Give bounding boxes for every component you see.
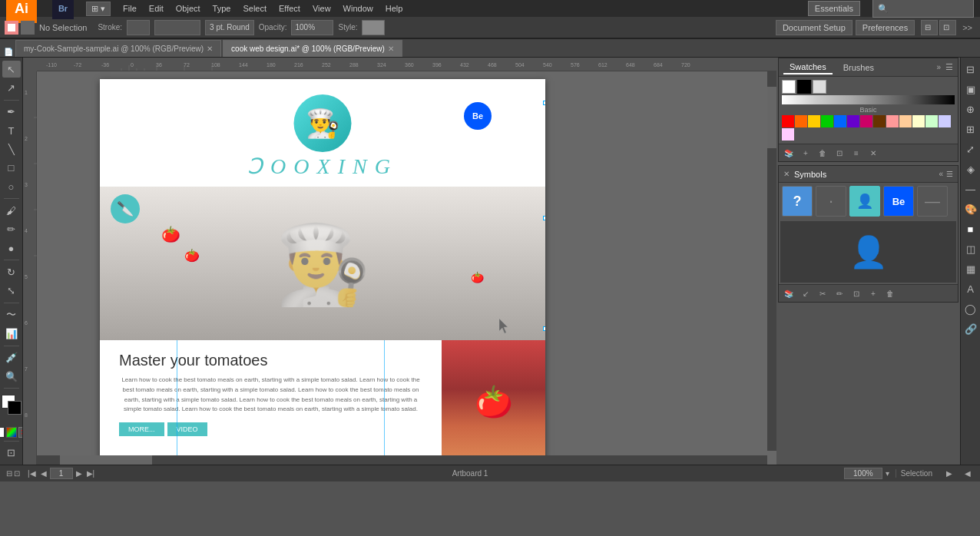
warp-tool[interactable]: 〜 [2, 306, 21, 323]
style-dropdown[interactable] [362, 20, 385, 35]
pencil-tool[interactable]: ✏ [2, 221, 21, 238]
layout-button[interactable]: ⊞ ▾ [86, 2, 111, 16]
menu-edit[interactable]: Edit [149, 4, 164, 13]
swatch-lilac[interactable] [782, 128, 794, 141]
stroke-style-dropdown[interactable] [154, 20, 200, 35]
vertical-scrollbar-thumb[interactable] [767, 87, 776, 148]
panel-dropdown[interactable]: ⊡ [939, 20, 956, 35]
nav-prev-btn[interactable]: ◀ [39, 469, 48, 478]
scale-tool[interactable]: ⤡ [2, 283, 21, 299]
menu-type[interactable]: Type [213, 4, 231, 13]
swatches-tab[interactable]: Swatches [783, 61, 833, 74]
zoom-tool[interactable]: 🔍 [2, 368, 21, 385]
swatch-brown[interactable] [873, 115, 886, 127]
symbol-place-btn[interactable]: ↙ [799, 286, 813, 300]
nav-last-btn[interactable]: ▶| [85, 469, 97, 478]
swatch-lavender[interactable] [939, 115, 951, 127]
swatch-add-btn[interactable]: + [799, 146, 813, 160]
pen-tool[interactable]: ✒ [2, 104, 21, 121]
tab-cook-sample[interactable]: my-Cook-Sample-sample.ai @ 100% (RGB/Pre… [15, 40, 221, 57]
swatch-orange[interactable] [795, 115, 807, 127]
horizontal-scrollbar-thumb[interactable] [60, 455, 152, 465]
swatch-pink[interactable] [860, 115, 872, 127]
video-button[interactable]: VIDEO [167, 422, 207, 436]
symbol-edit-btn[interactable]: ✏ [833, 286, 846, 300]
horizontal-scrollbar[interactable] [37, 455, 767, 465]
type-tool[interactable]: T [2, 122, 21, 139]
swatch-green[interactable] [821, 115, 833, 127]
menu-object[interactable]: Object [176, 4, 200, 13]
gradient-mode-btn[interactable] [6, 427, 17, 438]
swatch-mint[interactable] [925, 115, 938, 127]
zoom-input[interactable]: 100% [844, 468, 882, 479]
tab-cook-sample-close[interactable]: ✕ [207, 45, 213, 53]
swatch-purple[interactable] [847, 115, 859, 127]
screen-mode-btn[interactable]: ⊡ [2, 445, 21, 462]
stroke-color-box[interactable] [5, 21, 18, 35]
symbol-item-chef[interactable]: 👤 [849, 186, 880, 217]
preferences-button[interactable]: Preferences [856, 20, 915, 35]
toolbar-expand[interactable]: >> [959, 23, 975, 32]
menu-window[interactable]: Window [343, 4, 373, 13]
selection-tool[interactable]: ↖ [2, 61, 21, 78]
rotate-tool[interactable]: ↻ [2, 263, 21, 280]
blob-tool[interactable]: ● [2, 240, 21, 256]
symbols-close-btn[interactable]: ✕ [783, 170, 790, 178]
menu-view[interactable]: View [313, 4, 331, 13]
panel-icon-appearance[interactable]: ⊕ [962, 101, 979, 117]
graph-tool[interactable]: 📊 [2, 325, 21, 342]
swatch-delete-btn[interactable]: 🗑 [816, 146, 829, 160]
swatch-library-btn[interactable]: 📚 [782, 146, 796, 160]
color-mode-btn[interactable] [0, 427, 5, 438]
tab-cook-web-design[interactable]: cook web design.ai* @ 100% (RGB/Preview)… [223, 40, 402, 57]
stroke-box[interactable] [8, 401, 22, 415]
symbol-item-question[interactable]: ? [782, 186, 813, 217]
swatch-blue[interactable] [834, 115, 846, 127]
swatch-white[interactable] [782, 80, 796, 94]
swatch-yellow[interactable] [808, 115, 820, 127]
nav-next-btn[interactable]: ▶ [74, 469, 84, 478]
status-arrow-btn[interactable]: ▶ [943, 469, 955, 478]
swatch-black[interactable] [797, 80, 811, 94]
zoom-dropdown[interactable]: ▾ [886, 469, 889, 478]
menu-select[interactable]: Select [243, 4, 267, 13]
swatch-peach[interactable] [899, 115, 912, 127]
eyedropper-tool[interactable]: 💉 [2, 349, 21, 366]
bridge-logo[interactable]: Br [52, 0, 74, 19]
symbol-item-behance[interactable]: Be [883, 186, 914, 217]
panel-icon-align[interactable]: ⊞ [962, 121, 979, 137]
panel-icon-artboards[interactable]: ▣ [962, 81, 979, 98]
opacity-dropdown[interactable]: 100% [291, 20, 333, 35]
panel-icon-symbols[interactable]: ◯ [962, 300, 979, 317]
panel-icon-pathfinder[interactable]: ◈ [962, 160, 979, 177]
symbol-delete-btn[interactable]: 🗑 [883, 286, 897, 300]
symbols-expand-btn[interactable]: « [939, 170, 943, 178]
menu-effect[interactable]: Effect [279, 4, 300, 13]
panel-icon-transparency[interactable]: ◫ [962, 240, 979, 257]
panel-more-arrow[interactable]: » [936, 63, 941, 71]
swatch-trash-btn[interactable]: ✕ [866, 146, 880, 160]
swatch-options-btn[interactable]: ⊡ [833, 146, 846, 160]
paintbrush-tool[interactable]: 🖌 [2, 202, 21, 219]
canvas-area[interactable]: -110 -72 -36 0 36 72 108 144 180 216 252… [23, 58, 776, 465]
swatch-red[interactable] [782, 115, 794, 127]
nav-first-btn[interactable]: |◀ [26, 469, 38, 478]
essentials-button[interactable]: Essentials [808, 1, 860, 16]
tab-cook-web-design-close[interactable]: ✕ [388, 45, 394, 53]
panel-icon-stroke[interactable]: — [962, 180, 979, 197]
direct-select-tool[interactable]: ↗ [2, 79, 21, 96]
panel-icon-links[interactable]: 🔗 [962, 320, 979, 337]
rect-tool[interactable]: □ [2, 160, 21, 177]
swatch-light[interactable] [813, 80, 826, 94]
ellipse-tool[interactable]: ○ [2, 178, 21, 195]
panel-icon-layers[interactable]: ⊟ [962, 61, 979, 78]
line-tool[interactable]: ╲ [2, 141, 21, 157]
panel-icon-charformat[interactable]: A [962, 280, 979, 297]
swatch-list-btn[interactable]: ≡ [849, 146, 863, 160]
more-button[interactable]: MORE... [119, 422, 164, 436]
symbol-library-btn[interactable]: 📚 [782, 286, 796, 300]
pt-round-selector[interactable]: 3 pt. Round [205, 20, 254, 35]
arrange-dropdown[interactable]: ⊟ [921, 20, 938, 35]
panel-icon-gradient[interactable]: ▦ [962, 260, 979, 277]
symbol-new-btn[interactable]: + [866, 286, 880, 300]
